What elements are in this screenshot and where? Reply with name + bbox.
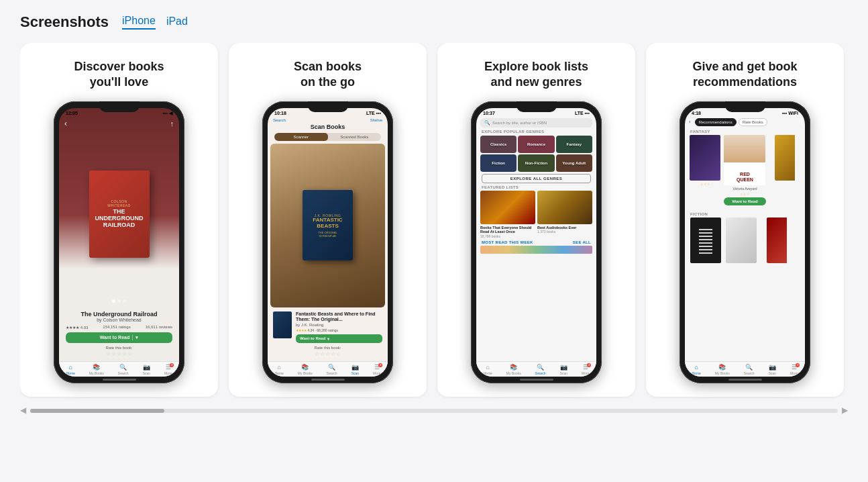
tab-iphone[interactable]: iPhone bbox=[122, 15, 156, 30]
nav-mybooks-1[interactable]: 📚 My Books bbox=[89, 364, 104, 375]
card-title-discover: Discover booksyou'll love bbox=[74, 59, 164, 91]
scroll-area: ◀ ▶ bbox=[20, 403, 848, 422]
more-badge-3: 2 bbox=[587, 363, 591, 367]
spacer-4 bbox=[685, 267, 805, 361]
genre-fantasy[interactable]: Fantasy bbox=[556, 136, 592, 153]
see-all-link[interactable]: SEE ALL bbox=[573, 240, 591, 244]
genre-romance[interactable]: Romance bbox=[518, 136, 554, 153]
search-icon-2: 🔍 bbox=[328, 364, 335, 371]
rec-fiction-books bbox=[685, 218, 805, 264]
nav-mybooks-4[interactable]: 📚 My Books bbox=[715, 364, 730, 375]
result-info: Fantastic Beasts and Where to Find Them:… bbox=[296, 311, 382, 343]
phone-notch-3 bbox=[517, 101, 557, 112]
tab-rate-books[interactable]: Rate Books bbox=[739, 118, 767, 126]
author-aveyard: Victoria Aveyard bbox=[733, 187, 757, 191]
scan-books-title: Scan Books bbox=[268, 124, 388, 130]
most-read-bar bbox=[480, 246, 592, 254]
search-icon-3b: 🔍 bbox=[537, 364, 544, 371]
scroll-thumb[interactable] bbox=[30, 409, 164, 413]
result-row: Fantastic Beasts and Where to Find Them:… bbox=[273, 311, 382, 343]
phone-notch-4 bbox=[725, 101, 765, 112]
nav-search-1[interactable]: 🔍 Search bbox=[118, 364, 129, 375]
genre-youngadult[interactable]: Young Adult bbox=[556, 154, 592, 172]
featured-lists-row: Books That Everyone Should Read At Least… bbox=[476, 191, 596, 238]
scroll-right-arrow[interactable]: ▶ bbox=[842, 405, 848, 415]
back-label-2[interactable]: Search bbox=[273, 118, 286, 122]
back-icon-4[interactable]: ‹ bbox=[689, 119, 691, 125]
signals-4: ▪▪▪ WiFi bbox=[782, 111, 798, 115]
book-title-display: The Underground Railroad bbox=[66, 311, 172, 318]
rating-stars-1[interactable]: ☆ ☆ ☆ ☆ ☆ bbox=[66, 351, 172, 357]
mybooks-icon-3: 📚 bbox=[510, 364, 517, 371]
mybooks-icon-1: 📚 bbox=[93, 364, 100, 371]
phone-frame-3: 10:37 LTE ▪▪▪ 🔍 Search by title, author … bbox=[471, 101, 602, 383]
featured-list-1[interactable]: Books That Everyone Should Read At Least… bbox=[480, 191, 535, 238]
want-to-read-button-1[interactable]: Want to Read ▾ bbox=[66, 332, 172, 343]
phone-frame-1: 12:05 ▪▪▪ ◀ ‹ ↑ COLSONWHITEHEAD TheUnder… bbox=[54, 101, 184, 383]
rec-book-3 bbox=[768, 135, 801, 208]
rec-fiction-1 bbox=[689, 218, 722, 264]
nav-mybooks-3[interactable]: 📚 My Books bbox=[506, 364, 521, 375]
nav-search-4[interactable]: 🔍 Search bbox=[744, 364, 755, 375]
nav-scan-2[interactable]: 📷 Scan bbox=[351, 364, 359, 375]
nav-scan-1[interactable]: 📷 Scan bbox=[143, 364, 150, 375]
bottom-nav-1: ⌂ Home 📚 My Books 🔍 Search bbox=[59, 361, 179, 377]
nav-search-2[interactable]: 🔍 Search bbox=[327, 364, 337, 375]
screenshots-scroll: Discover booksyou'll love 12:05 ▪▪▪ ◀ ‹ … bbox=[20, 43, 848, 403]
share-icon-1[interactable]: ↑ bbox=[170, 119, 174, 128]
nav-more-3[interactable]: ☰ More 2 bbox=[582, 364, 589, 375]
nav-home-4[interactable]: ⌂ Home bbox=[692, 364, 701, 375]
phone-notch-2 bbox=[308, 101, 348, 112]
genre-fiction[interactable]: Fiction bbox=[480, 154, 517, 172]
more-badge-4: 2 bbox=[796, 363, 800, 367]
scan-tabs: Scanner Scanned Books bbox=[274, 133, 381, 141]
nav-home-2[interactable]: ⌂ Home bbox=[275, 364, 284, 375]
result-author: by J.K. Rowling bbox=[296, 323, 382, 327]
screenshot-card-discover: Discover booksyou'll love 12:05 ▪▪▪ ◀ ‹ … bbox=[20, 43, 218, 397]
nav-scan-4[interactable]: 📷 Scan bbox=[769, 364, 776, 375]
scanned-books-tab[interactable]: Scanned Books bbox=[328, 133, 382, 141]
back-icon-1[interactable]: ‹ bbox=[64, 119, 67, 128]
tab-recommendations[interactable]: Recommendations bbox=[695, 118, 737, 126]
ratings-count: 154,151 ratings bbox=[103, 325, 130, 330]
genre-classics[interactable]: Classics bbox=[480, 136, 517, 153]
nav-mybooks-2[interactable]: 📚 My Books bbox=[298, 364, 313, 375]
scroll-left-arrow[interactable]: ◀ bbox=[20, 405, 26, 415]
scroll-track-wrapper bbox=[30, 403, 838, 417]
want-to-read-button-2[interactable]: Want to Read ▾ bbox=[296, 334, 382, 343]
scroll-track[interactable] bbox=[30, 409, 838, 413]
rec-fiction-cover-2 bbox=[726, 218, 757, 263]
nav-more-4[interactable]: ☰ More 2 bbox=[790, 364, 798, 375]
home-icon-4: ⌂ bbox=[694, 364, 698, 371]
bottom-nav-2: ⌂ Home 📚 My Books 🔍 Search bbox=[268, 361, 388, 377]
nav-search-3[interactable]: 🔍 Search bbox=[535, 364, 546, 375]
rec-fiction-2 bbox=[724, 218, 758, 264]
nav-scan-3[interactable]: 📷 Scan bbox=[560, 364, 567, 375]
red-queen-title: REDQUEEN bbox=[737, 172, 753, 182]
genre-nonfiction[interactable]: Non-Fiction bbox=[518, 154, 554, 172]
search-bar-3[interactable]: 🔍 Search by title, author or ISBN bbox=[480, 118, 592, 128]
tab-ipad[interactable]: iPad bbox=[166, 15, 188, 29]
nav-more-2[interactable]: ☰ More 2 bbox=[373, 364, 380, 375]
rec-fiction-cover-1 bbox=[690, 218, 721, 263]
time-2: 10:18 bbox=[274, 111, 286, 115]
page-title: Screenshots bbox=[20, 13, 109, 31]
fantastic-beasts-cover: J.K. ROWLING FantasticBeasts The Origina… bbox=[303, 190, 353, 260]
time-1: 12:05 bbox=[66, 111, 78, 115]
result-title: Fantastic Beasts and Where to Find Them:… bbox=[296, 311, 382, 323]
rec-stars-1: ☆ ☆ ☆ bbox=[700, 182, 710, 186]
explore-all-button[interactable]: EXPLORE ALL GENRES bbox=[482, 174, 591, 183]
scan-book-image: J.K. ROWLING FantasticBeasts The Origina… bbox=[270, 144, 385, 307]
mybooks-icon-4: 📚 bbox=[718, 364, 726, 371]
nav-home-1[interactable]: ⌂ Home bbox=[66, 364, 75, 375]
nav-more-1[interactable]: ☰ More 2 bbox=[164, 364, 172, 375]
bottom-nav-3: ⌂ Home 📚 My Books 🔍 Search bbox=[476, 361, 596, 377]
shelve-label-2[interactable]: Shelve bbox=[370, 118, 382, 122]
featured-list-2[interactable]: Best Audiobooks Ever 1,373 books bbox=[537, 191, 592, 238]
genres-grid: Classics Romance Fantasy Fiction Non-Fic… bbox=[476, 136, 596, 172]
want-to-read-button-4[interactable]: Want to Read bbox=[724, 197, 766, 205]
scanner-tab[interactable]: Scanner bbox=[274, 133, 328, 141]
rating-stars-2[interactable]: ☆ ☆ ☆ ☆ ☆ bbox=[273, 351, 382, 357]
card-title-explore: Explore book listsand new genres bbox=[484, 59, 588, 91]
nav-home-3[interactable]: ⌂ Home bbox=[484, 364, 492, 375]
